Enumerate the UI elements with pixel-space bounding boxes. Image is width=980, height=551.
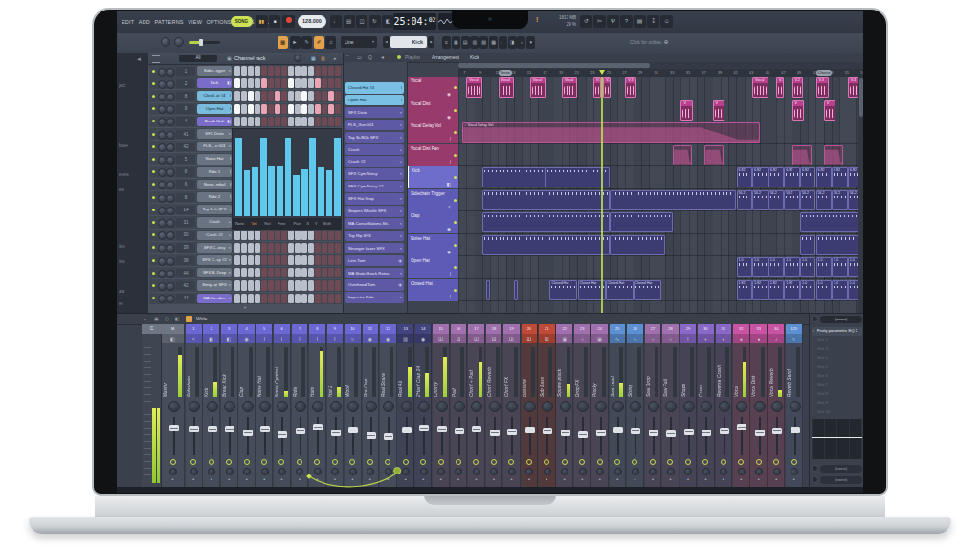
audio-clip[interactable]: Vocal	[752, 77, 768, 98]
graph-tab-note[interactable]: Note	[235, 218, 244, 229]
strip-enable-led[interactable]	[579, 459, 585, 465]
strip-route-arrow-icon[interactable]: ▲	[433, 477, 449, 481]
channel-number-button[interactable]: 14	[176, 206, 195, 215]
track-header-vocal-dist-pan[interactable]: Vocal Dist Pan/	[408, 144, 458, 166]
channel-number-button[interactable]: 1	[176, 67, 195, 77]
channel-volume-knob[interactable]	[167, 118, 175, 126]
step-cell[interactable]	[335, 243, 341, 253]
step-cell[interactable]	[234, 255, 240, 265]
channel-volume-knob[interactable]	[167, 68, 175, 77]
mixer-strip-pad[interactable]: 16ШPad▲	[451, 324, 468, 487]
graph-tab-rel[interactable]: Rel	[264, 218, 270, 229]
channel-volume-knob[interactable]	[167, 244, 175, 253]
strip-big-knob[interactable]	[383, 401, 394, 412]
stamp-tool-icon[interactable]: ▦	[278, 36, 288, 49]
pattern-clip[interactable]: 1.0	[737, 257, 753, 277]
mixer-current-column[interactable]: C	[142, 324, 162, 487]
browser-item[interactable]: ets	[119, 187, 124, 192]
mixer-strip-bassline[interactable]: 20ШBassline▲	[522, 324, 539, 487]
strip-fader-track[interactable]	[724, 417, 725, 455]
strip-pan-knob[interactable]	[402, 468, 410, 475]
picker-item[interactable]: Crash #2+	[345, 156, 404, 167]
strip-route-arrow-icon[interactable]: ▲	[645, 477, 661, 481]
strip-big-knob[interactable]	[542, 401, 553, 412]
pattern-clip[interactable]: 1.0	[768, 257, 785, 277]
channel-mute-led[interactable]	[152, 107, 155, 110]
pattern-clip[interactable]: 1.0	[752, 257, 768, 277]
pattern-clip[interactable]: 6.82	[737, 167, 753, 187]
browser-item[interactable]: iles	[119, 244, 125, 249]
step-cell[interactable]	[315, 294, 321, 303]
strip-route-arrow-icon[interactable]: ▲	[186, 477, 202, 481]
strip-fader-track[interactable]	[423, 417, 425, 455]
step-cell[interactable]	[241, 255, 247, 265]
step-cell[interactable]	[328, 104, 334, 114]
graph-velocity-bar[interactable]	[252, 167, 258, 216]
countdown-icon[interactable]: ◧	[382, 15, 393, 28]
strip-enable-led[interactable]	[685, 459, 691, 465]
strip-big-knob[interactable]	[630, 401, 641, 412]
metronome-icon[interactable]: ♩	[330, 15, 342, 28]
channel-number-button[interactable]: 41	[176, 130, 195, 140]
pattern-clip[interactable]: 1.0	[816, 257, 833, 277]
step-cell[interactable]	[248, 255, 254, 265]
graph-velocity-bar[interactable]	[235, 138, 242, 216]
mixer-strip-drop-fx[interactable]: 23☼Drop FX▲	[574, 324, 591, 487]
channel-number-button[interactable]: 9	[176, 104, 195, 114]
strip-enable-led[interactable]	[544, 459, 549, 465]
strip-route-arrow-icon[interactable]: ▲	[539, 477, 555, 481]
strip-route-arrow-icon[interactable]: ▲	[698, 477, 714, 481]
step-cell[interactable]	[261, 243, 267, 253]
channel-name-button[interactable]: SFX Disto≈	[197, 129, 232, 139]
channel-mute-led[interactable]	[152, 120, 155, 122]
channel-pan-knob[interactable]	[158, 207, 167, 215]
graph-velocity-bar[interactable]	[277, 166, 283, 216]
step-cell[interactable]	[248, 280, 254, 290]
step-cell[interactable]	[308, 117, 314, 126]
strip-big-knob[interactable]	[471, 401, 482, 412]
tempo-display[interactable]: 128.000	[298, 15, 326, 28]
step-cell[interactable]	[234, 268, 240, 277]
strip-enable-led[interactable]	[562, 459, 568, 465]
step-cell[interactable]	[322, 268, 327, 277]
strip-big-knob[interactable]	[168, 401, 180, 412]
strip-fader-handle[interactable]	[490, 430, 500, 436]
step-cell[interactable]	[255, 91, 260, 100]
step-cell[interactable]	[275, 78, 280, 88]
channel-pan-knob[interactable]	[158, 219, 167, 228]
channel-volume-knob[interactable]	[167, 207, 175, 215]
track-mute-led[interactable]	[454, 109, 457, 112]
mixer-strip-chord-+-pad[interactable]: 17ШChord + Pad▲	[468, 324, 485, 487]
channel-number-button[interactable]: 8	[176, 92, 195, 101]
strip-big-knob[interactable]	[189, 401, 200, 412]
strip-pan-knob[interactable]	[490, 468, 498, 475]
strip-big-knob[interactable]	[577, 401, 589, 412]
strip-fader-handle[interactable]	[561, 430, 570, 436]
strip-big-knob[interactable]	[295, 401, 306, 412]
automation-clip[interactable]	[824, 145, 843, 165]
strip-pan-knob[interactable]	[243, 468, 251, 475]
channel-number-button[interactable]: 31	[176, 218, 195, 228]
strip-fader-handle[interactable]	[296, 428, 305, 434]
strip-enable-led[interactable]	[403, 459, 409, 465]
step-cell[interactable]	[308, 243, 314, 253]
step-cell[interactable]	[328, 280, 334, 290]
channel-number-button[interactable]: 4	[176, 117, 195, 126]
strip-enable-led[interactable]	[226, 459, 232, 465]
strip-route-arrow-icon[interactable]: ▲	[238, 477, 255, 481]
pattern-clip[interactable]: 6.82	[768, 167, 785, 187]
menu-item-options[interactable]: OPTIONS	[207, 19, 232, 25]
channel-volume-knob[interactable]	[167, 231, 175, 240]
channel-name-button[interactable]: SFX C..oisy≈	[197, 243, 232, 253]
strip-pan-knob[interactable]	[190, 468, 198, 475]
channel-pan-knob[interactable]	[158, 105, 167, 114]
step-cell[interactable]	[322, 66, 327, 76]
track-mute-led[interactable]	[454, 154, 457, 157]
strip-route-arrow-icon[interactable]: ▲	[522, 477, 538, 481]
strip-enable-led[interactable]	[209, 459, 214, 465]
strip-route-arrow-icon[interactable]: ▲	[363, 477, 379, 481]
strip-enable-led[interactable]	[738, 459, 744, 465]
strip-fader-track[interactable]	[247, 417, 249, 455]
strip-big-knob[interactable]	[736, 401, 747, 412]
strip-enable-led[interactable]	[756, 459, 762, 465]
